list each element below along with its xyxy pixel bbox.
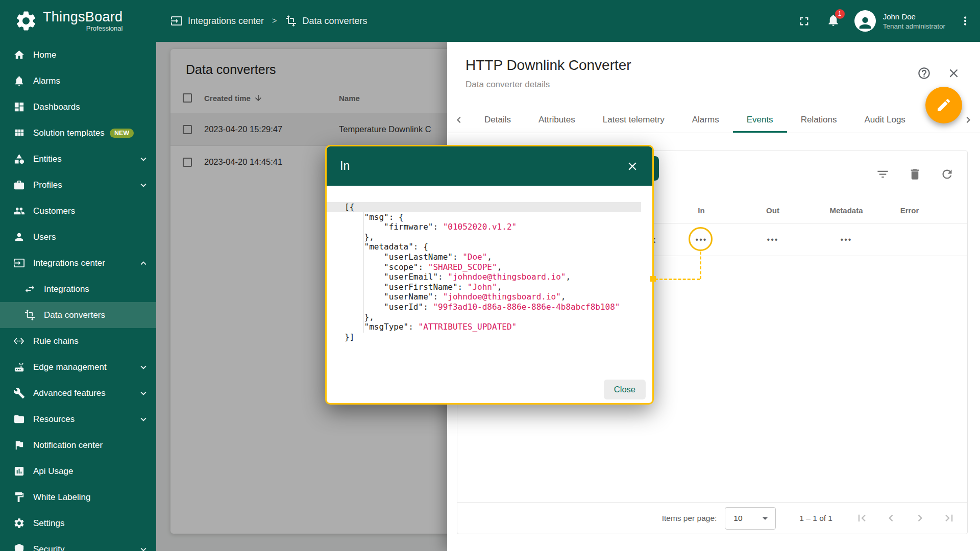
annotation-connector-vertical: [700, 252, 701, 279]
items-per-page-label: Items per page:: [662, 514, 717, 523]
chevron-right-icon: [962, 114, 974, 126]
sidebar-item-security[interactable]: Security: [0, 536, 156, 551]
more-menu-icon[interactable]: [959, 14, 972, 28]
notifications-badge: 1: [835, 9, 845, 19]
data-converters-icon: [24, 309, 36, 321]
user-role: Tenant administrator: [883, 22, 945, 30]
metadata-content-button[interactable]: •••: [841, 235, 852, 244]
tabs-scroll-left[interactable]: [447, 107, 471, 133]
edit-fab-button[interactable]: [925, 87, 962, 123]
api-usage-icon: [13, 465, 25, 477]
first-page-icon[interactable]: [855, 511, 869, 525]
sidebar-item-resources[interactable]: Resources: [0, 406, 156, 432]
sidebar-item-entities[interactable]: Entities: [0, 146, 156, 172]
alarms-icon: [13, 75, 25, 87]
sidebar-item-settings[interactable]: Settings: [0, 510, 156, 536]
sidebar-item-alarms[interactable]: Alarms: [0, 68, 156, 94]
tab-attributes[interactable]: Attributes: [525, 107, 589, 133]
code-line: "userEmail": "johndoe@thingsboard.io",: [327, 272, 652, 282]
home-icon: [13, 49, 25, 61]
column-error: Error: [900, 206, 919, 214]
items-per-page-select[interactable]: 10: [725, 507, 776, 530]
column-metadata: Metadata: [829, 206, 863, 214]
sidebar-item-integrations[interactable]: Integrations: [0, 276, 156, 302]
items-per-page-value: 10: [733, 514, 742, 523]
integrations-center-icon: [13, 257, 25, 269]
sidebar-item-integrations-center[interactable]: Integrations center: [0, 250, 156, 276]
annotation-connector-horizontal: [655, 279, 700, 280]
breadcrumb-data-converters[interactable]: Data converters: [285, 15, 367, 27]
column-in: In: [698, 206, 704, 214]
tab-events[interactable]: Events: [733, 107, 787, 133]
notification-center-icon: [13, 439, 25, 451]
sidebar-item-solution-templates[interactable]: Solution templatesNEW: [0, 120, 156, 146]
topbar: ThingsBoard Professional Integrations ce…: [0, 0, 980, 42]
dropdown-arrow-icon: [759, 512, 771, 524]
sidebar-item-label: Home: [33, 50, 56, 60]
drawer-title: HTTP Downlink Converter: [447, 42, 980, 73]
thingsboard-logo[interactable]: ThingsBoard Professional: [0, 9, 156, 33]
delete-icon[interactable]: [908, 167, 922, 181]
tab-details[interactable]: Details: [471, 107, 525, 133]
pagination-controls: [855, 511, 956, 525]
tab-latest-telemetry[interactable]: Latest telemetry: [589, 107, 678, 133]
edge-management-icon: [13, 361, 25, 373]
new-badge: NEW: [110, 129, 134, 138]
dialog-body: [{ "msg": { "firmware": "01052020.v1.2" …: [327, 186, 652, 405]
sidebar-item-customers[interactable]: Customers: [0, 198, 156, 224]
integrations-center-icon: [170, 15, 183, 27]
tabs-bar: DetailsAttributesLatest telemetryAlarmsE…: [447, 107, 980, 133]
chevron-down-icon: [138, 388, 149, 399]
close-button[interactable]: Close: [604, 380, 646, 399]
integrations-icon: [24, 283, 36, 295]
chevron-left-icon: [453, 114, 465, 126]
sidebar-item-white-labeling[interactable]: White Labeling: [0, 484, 156, 510]
code-line: "msgType": "ATTRIBUTES_UPDATED": [327, 322, 652, 332]
sidebar-item-home[interactable]: Home: [0, 42, 156, 68]
sidebar-item-api-usage[interactable]: Api Usage: [0, 458, 156, 484]
sidebar-item-label: Entities: [33, 154, 62, 164]
pagination-bar: Items per page: 10 1 – 1 of 1: [457, 502, 967, 534]
sidebar-item-label: Profiles: [33, 180, 62, 190]
chevron-down-icon: [138, 544, 149, 551]
logo-title: ThingsBoard: [43, 10, 122, 24]
fullscreen-icon[interactable]: [797, 14, 811, 28]
column-out: Out: [766, 206, 779, 214]
tab-relations[interactable]: Relations: [787, 107, 851, 133]
sidebar-item-advanced-features[interactable]: Advanced features: [0, 380, 156, 406]
sidebar-item-profiles[interactable]: Profiles: [0, 172, 156, 198]
sidebar-item-edge-management[interactable]: Edge management: [0, 354, 156, 380]
drawer-subtitle: Data converter details: [447, 73, 980, 90]
dialog-close-icon[interactable]: [626, 160, 639, 173]
topbar-right: 1 John Doe Tenant administrator: [797, 10, 980, 32]
json-code-viewer[interactable]: [{ "msg": { "firmware": "01052020.v1.2" …: [327, 202, 652, 342]
breadcrumb-label: Data converters: [302, 16, 367, 27]
sidebar-item-data-converters[interactable]: Data converters: [0, 302, 156, 328]
help-icon[interactable]: [917, 66, 931, 80]
sidebar-item-dashboards[interactable]: Dashboards: [0, 94, 156, 120]
sidebar-item-label: Api Usage: [33, 466, 73, 477]
sidebar-item-notification-center[interactable]: Notification center: [0, 432, 156, 458]
sidebar-item-users[interactable]: Users: [0, 224, 156, 250]
out-content-button[interactable]: •••: [767, 235, 779, 244]
filter-icon[interactable]: [876, 167, 890, 181]
notifications-button[interactable]: 1: [826, 13, 840, 29]
refresh-icon[interactable]: [940, 167, 954, 181]
sidebar-item-label: Settings: [33, 518, 64, 529]
last-page-icon[interactable]: [942, 511, 956, 525]
sidebar-item-label: Integrations: [44, 284, 89, 294]
tab-alarms[interactable]: Alarms: [678, 107, 733, 133]
avatar[interactable]: [854, 10, 876, 32]
sidebar-item-label: Solution templates: [33, 128, 105, 138]
sidebar-item-rule-chains[interactable]: Rule chains: [0, 328, 156, 354]
code-line: "userId": "99f3ad10-d86a-886e-886e-4b8ab…: [327, 302, 652, 312]
code-line: }]: [327, 332, 652, 342]
breadcrumb-integrations-center[interactable]: Integrations center: [170, 15, 264, 27]
code-line: },: [327, 232, 652, 242]
rule-chains-icon: [13, 335, 25, 347]
tab-audit-logs[interactable]: Audit Logs: [851, 107, 919, 133]
previous-page-icon[interactable]: [884, 511, 898, 525]
chevron-down-icon: [138, 180, 149, 191]
drawer-close-icon[interactable]: [947, 66, 961, 80]
next-page-icon[interactable]: [913, 511, 927, 525]
